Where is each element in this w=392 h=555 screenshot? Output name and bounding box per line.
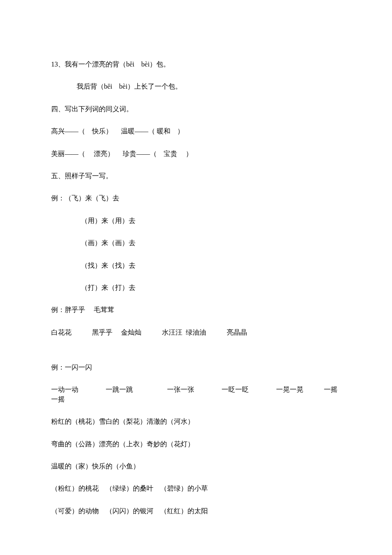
phrase-d3: 温暖的（家）快乐的（小鱼） [51,462,341,471]
phrase-e2: （可爱）的动物 （闪闪）的银河 （红红）的太阳 [51,506,341,516]
q13-line2: 我后背（bēi bèi）上长了一个包。 [51,82,341,91]
synonym-line2: 美丽——（ 漂亮） 珍贵——（ 宝贵 ） [51,149,341,159]
phrase-d2: 弯曲的（公路）漂亮的（上衣）奇妙的（花灯） [51,439,341,449]
pattern1-a3: （找）来（找）去 [51,261,341,270]
example3: 例：一闪一闪 [51,363,341,372]
synonym-line1: 高兴——（ 快乐） 温暖——（ 暖和 ） [51,127,341,136]
pattern1-a2: （画）来（画）去 [51,238,341,248]
phrase-d1: 粉红的（桃花）雪白的（梨花）清澈的（河水） [51,417,341,426]
pattern1-a4: （打）来（打）去 [51,283,341,292]
example2: 例：胖乎乎 毛茸茸 [51,305,341,315]
example1: 例：（飞）来（飞）去 [51,194,341,203]
pattern1-a1: （用）来（用）去 [51,216,341,225]
q13-line1: 13、我有一个漂亮的背（bēi bèi）包。 [51,60,341,69]
section4-title: 四、写出下列词的同义词。 [51,104,341,114]
phrase-e1: （粉红）的桃花 （绿绿）的桑叶 （碧绿）的小草 [51,484,341,493]
section5-title: 五、照样子写一写。 [51,171,341,181]
pattern3-c1: 一动一动 一跳一跳 一张一张 一眨一眨 一晃一晃 一摇一摇 [51,385,341,404]
pattern2-b1: 白花花 黑乎乎 金灿灿 水汪汪 绿油油 亮晶晶 [51,328,341,337]
